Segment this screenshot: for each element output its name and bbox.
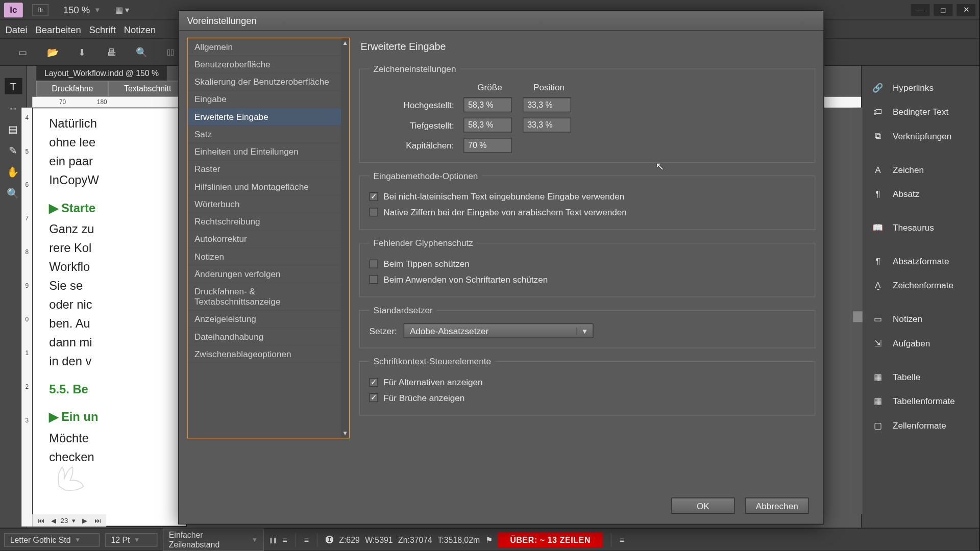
workspace-switcher[interactable]: ▦ ▾ xyxy=(115,5,129,14)
panel-cell-styles[interactable]: ▢Zellenformate xyxy=(862,413,979,437)
panel-paragraph[interactable]: ¶Absatz xyxy=(862,182,979,206)
checkbox-protect-typing[interactable] xyxy=(370,260,378,268)
superscript-pos-input[interactable] xyxy=(523,97,571,112)
menu-icon[interactable]: ≡ xyxy=(620,535,624,544)
smallcaps-size-input[interactable] xyxy=(463,138,512,153)
panel-hyperlinks[interactable]: 🔗Hyperlinks xyxy=(862,76,979,99)
menu-type[interactable]: Schrift xyxy=(89,24,116,35)
category-scrollbar[interactable]: ▲ ▼ xyxy=(341,38,349,438)
align-icon[interactable]: ≡ xyxy=(283,535,287,544)
save-icon[interactable]: ⬇ xyxy=(76,47,89,58)
panel-notes[interactable]: ▭Notizen xyxy=(862,307,979,331)
search-icon[interactable]: 🔍 xyxy=(135,47,148,58)
last-page-icon[interactable]: ⏭ xyxy=(91,517,104,524)
col-size-header: Größe xyxy=(463,82,516,92)
zoom-tool[interactable]: 🔍 xyxy=(5,186,22,202)
category-item[interactable]: Wörterbuch xyxy=(188,196,341,213)
tab-story[interactable]: Textabschnitt xyxy=(109,81,187,97)
menu-icon[interactable]: ≡ xyxy=(304,535,309,544)
category-item[interactable]: Druckfahnen- & Textabschnittsanzeige xyxy=(188,283,341,311)
checkbox-native-digits[interactable] xyxy=(370,208,378,216)
document-text: Natürlich ohne lee ein paar InCopyW ▶Sta… xyxy=(33,108,187,467)
spellcheck-icon[interactable]: ✔ͣ xyxy=(164,47,178,58)
group-legend: Schriftkontext-Steuerelemente xyxy=(370,357,495,367)
font-family-select[interactable]: Letter Gothic Std▼ xyxy=(4,533,100,546)
panel-char-styles[interactable]: A̠Zeichenformate xyxy=(862,273,979,297)
font-size-select[interactable]: 12 Pt▼ xyxy=(105,533,158,546)
panel-conditional-text[interactable]: 🏷Bedingter Text xyxy=(862,99,979,123)
category-item[interactable]: Eingabe xyxy=(188,91,341,108)
menu-edit[interactable]: Bearbeiten xyxy=(35,24,81,35)
page-number[interactable]: 23 xyxy=(61,517,68,524)
note-tool[interactable]: ▤ xyxy=(5,121,22,137)
panel-assignments[interactable]: ⇲Aufgaben xyxy=(862,331,979,355)
category-item[interactable]: Allgemein xyxy=(188,38,341,56)
overset-warning: ÜBER: ~ 13 ZEILEN xyxy=(498,532,603,547)
subscript-size-input[interactable] xyxy=(463,118,512,133)
panel-thesaurus[interactable]: 📖Thesaurus xyxy=(862,215,979,239)
document-page[interactable]: Natürlich ohne lee ein paar InCopyW ▶Sta… xyxy=(32,108,187,527)
status-zn: Zn:37074 xyxy=(398,535,432,544)
superscript-size-input[interactable] xyxy=(463,97,512,112)
checkbox-protect-fonts[interactable] xyxy=(370,275,378,284)
panel-para-styles[interactable]: ¶Absatzformate xyxy=(862,249,979,273)
panel-character[interactable]: AZeichen xyxy=(862,157,979,181)
category-item[interactable]: Dateihandhabung xyxy=(188,328,341,345)
page-navigator[interactable]: ⏮ ◀ 23 ▾ ▶ ⏭ xyxy=(32,514,106,527)
category-item[interactable]: Benutzeroberfläche xyxy=(188,56,341,73)
scroll-down-icon[interactable]: ▼ xyxy=(342,429,348,438)
checkbox-alternatives[interactable] xyxy=(370,378,378,387)
panel-links[interactable]: ⧉Verknüpfungen xyxy=(862,124,979,148)
category-item[interactable]: Raster xyxy=(188,161,341,178)
prev-page-icon[interactable]: ◀ xyxy=(48,517,59,524)
category-item[interactable]: Anzeigeleistung xyxy=(188,311,341,328)
eyedropper-tool[interactable]: ✎ xyxy=(5,142,22,159)
bridge-icon[interactable]: Br xyxy=(32,4,48,16)
hand-tool[interactable]: ✋ xyxy=(5,164,22,181)
composer-dropdown[interactable]: Adobe-Absatzsetzer▼ xyxy=(404,323,594,338)
book-icon: 📖 xyxy=(871,222,885,233)
new-icon[interactable]: ▭ xyxy=(16,47,30,58)
scrollbar-vertical[interactable] xyxy=(853,108,862,514)
minimize-button[interactable]: — xyxy=(911,4,930,16)
category-item[interactable]: Änderungen verfolgen xyxy=(188,266,341,283)
category-item[interactable]: Zwischenablageoptionen xyxy=(188,345,341,363)
zoom-level[interactable]: 150 % xyxy=(63,5,90,15)
status-w: W:5391 xyxy=(365,535,393,544)
open-icon[interactable]: 📂 xyxy=(46,47,59,58)
maximize-button[interactable]: □ xyxy=(934,4,952,16)
first-page-icon[interactable]: ⏮ xyxy=(35,517,47,524)
info-icon: 🅘 xyxy=(326,535,334,544)
category-item[interactable]: Rechtschreibung xyxy=(188,213,341,231)
dropdown-icon[interactable]: ▾ xyxy=(69,517,78,524)
checkbox-inline-non-latin[interactable] xyxy=(370,192,378,201)
category-item[interactable]: Satz xyxy=(188,126,341,143)
document-tab[interactable]: Layout_Workflow.indd @ 150 % xyxy=(36,66,167,81)
menu-notes[interactable]: Notizen xyxy=(124,24,156,35)
columns-icon[interactable]: ⫿⫿ xyxy=(269,535,277,544)
category-item[interactable]: Autokorrektur xyxy=(188,231,341,248)
menu-file[interactable]: Datei xyxy=(6,24,28,35)
subscript-pos-input[interactable] xyxy=(523,118,571,133)
type-tool[interactable]: T xyxy=(5,78,22,94)
category-item[interactable]: Hilfslinien und Montagefläche xyxy=(188,178,341,195)
checkbox-fractions[interactable] xyxy=(370,393,378,402)
chain-icon: ⧉ xyxy=(871,131,885,141)
category-item[interactable]: Skalierung der Benutzeroberfläche xyxy=(188,73,341,91)
leading-select[interactable]: Einfacher Zeilenabstand▼ xyxy=(163,528,264,551)
ok-button[interactable]: OK xyxy=(671,497,734,514)
panel-table[interactable]: ▦Tabelle xyxy=(862,364,979,388)
panel-table-styles[interactable]: ▦Tabellenformate xyxy=(862,389,979,413)
next-page-icon[interactable]: ▶ xyxy=(80,517,90,524)
category-item[interactable]: Notizen xyxy=(188,248,341,265)
category-item[interactable]: Erweiterte Eingabe xyxy=(188,108,341,126)
move-tool[interactable]: ↔ xyxy=(5,99,22,116)
category-item[interactable]: Einheiten und Einteilungen xyxy=(188,143,341,161)
close-button[interactable]: ✕ xyxy=(957,4,975,16)
chevron-down-icon[interactable]: ▼ xyxy=(94,6,101,13)
cancel-button[interactable]: Abbrechen xyxy=(745,497,808,514)
tab-galley[interactable]: Druckfahne xyxy=(36,81,109,97)
print-icon[interactable]: 🖶 xyxy=(105,47,118,58)
scroll-up-icon[interactable]: ▲ xyxy=(342,38,348,47)
ruler-vertical: 45 67 89 01 23 xyxy=(21,108,32,527)
